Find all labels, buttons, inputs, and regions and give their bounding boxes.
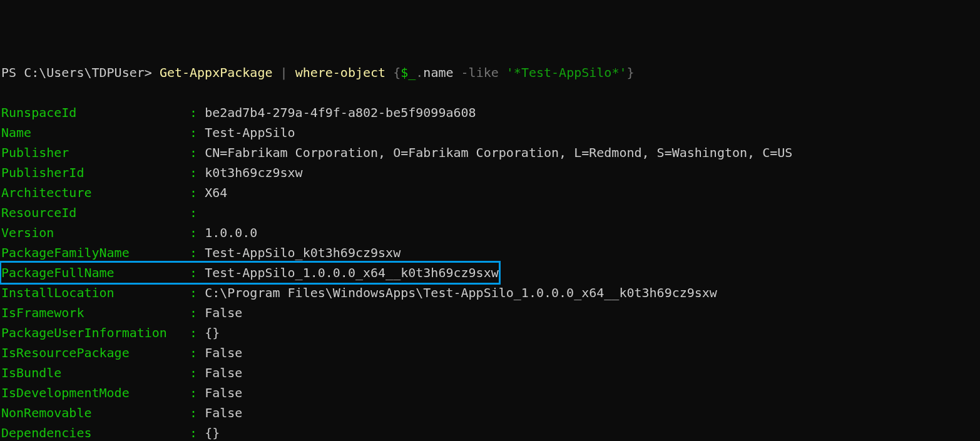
cmdlet-get-appxpackage: Get-AppxPackage [160, 65, 280, 80]
output-row: PackageUserInformation : {} [1, 323, 979, 343]
property-key: Architecture [1, 185, 190, 200]
cmdlet-where-object: where-object [295, 65, 394, 80]
property-value: Test-AppSilo [205, 125, 295, 140]
property-key: IsDevelopmentMode [1, 385, 190, 400]
colon-separator: : [190, 365, 205, 380]
output-row: IsBundle : False [1, 363, 979, 383]
colon-separator: : [190, 185, 205, 200]
property-name: name [423, 65, 461, 80]
output-row: ResourceId : [1, 203, 979, 223]
colon-separator: : [190, 325, 205, 340]
pipe-operator: | [280, 65, 295, 80]
output-row: Name : Test-AppSilo [1, 123, 979, 143]
property-key: Publisher [1, 145, 190, 160]
prompt-ps: PS [1, 65, 24, 80]
colon-separator: : [190, 105, 205, 120]
property-key: PublisherId [1, 165, 190, 180]
property-value: {} [205, 425, 220, 440]
property-key: IsBundle [1, 365, 190, 380]
property-key: Dependencies [1, 425, 190, 440]
colon-separator: : [190, 425, 205, 440]
property-value: C:\Program Files\WindowsApps\Test-AppSil… [205, 285, 717, 300]
property-value: Test-AppSilo_k0t3h69cz9sxw [205, 245, 401, 260]
property-value: False [205, 365, 242, 380]
colon-separator: : [190, 245, 205, 260]
dot: . [416, 65, 423, 80]
output-row: InstallLocation : C:\Program Files\Windo… [1, 283, 979, 303]
property-key: PackageUserInformation [1, 325, 190, 340]
output-row: PackageFamilyName : Test-AppSilo_k0t3h69… [1, 243, 979, 263]
powershell-terminal[interactable]: PS C:\Users\TDPUser> Get-AppxPackage | w… [1, 63, 979, 441]
property-key: RunspaceId [1, 105, 190, 120]
property-key: IsResourcePackage [1, 345, 190, 360]
colon-separator: : [190, 165, 205, 180]
highlighted-row: PackageFullName : Test-AppSilo_1.0.0.0_x… [0, 261, 501, 285]
property-key: InstallLocation [1, 285, 190, 300]
colon-separator: : [190, 145, 205, 160]
colon-separator: : [190, 385, 205, 400]
colon-separator: : [190, 405, 205, 420]
output-row: IsResourcePackage : False [1, 343, 979, 363]
prompt-line[interactable]: PS C:\Users\TDPUser> Get-AppxPackage | w… [1, 63, 979, 83]
property-value: be2ad7b4-279a-4f9f-a802-be5f9099a608 [205, 105, 476, 120]
colon-separator: : [190, 225, 205, 240]
property-value: CN=Fabrikam Corporation, O=Fabrikam Corp… [205, 145, 792, 160]
output-row: IsFramework : False [1, 303, 979, 323]
output-row: Dependencies : {} [1, 423, 979, 441]
property-value: False [205, 305, 242, 320]
output-row: Publisher : CN=Fabrikam Corporation, O=F… [1, 143, 979, 163]
colon-separator: : [190, 205, 205, 220]
property-value: {} [205, 325, 220, 340]
colon-separator: : [190, 305, 205, 320]
property-value: X64 [205, 185, 227, 200]
string-literal: '*Test-AppSilo*' [506, 65, 627, 80]
colon-separator: : [190, 285, 205, 300]
output-row: NonRemovable : False [1, 403, 979, 423]
output-row: RunspaceId : be2ad7b4-279a-4f9f-a802-be5… [1, 103, 979, 123]
property-key: Name [1, 125, 190, 140]
colon-separator: : [190, 265, 205, 280]
blank-line [1, 83, 979, 103]
property-value: False [205, 405, 242, 420]
property-key: NonRemovable [1, 405, 190, 420]
property-key: IsFramework [1, 305, 190, 320]
output-row: PublisherId : k0t3h69cz9sxw [1, 163, 979, 183]
property-key: ResourceId [1, 205, 190, 220]
output-row: Architecture : X64 [1, 183, 979, 203]
like-operator: -like [461, 65, 506, 80]
colon-separator: : [190, 125, 205, 140]
property-key: PackageFamilyName [1, 245, 190, 260]
brace-close: } [626, 65, 634, 80]
prompt-path: C:\Users\TDPUser> [24, 65, 160, 80]
property-value: k0t3h69cz9sxw [205, 165, 303, 180]
property-value: Test-AppSilo_1.0.0.0_x64__k0t3h69cz9sxw [205, 265, 499, 280]
colon-separator: : [190, 345, 205, 360]
output-row: IsDevelopmentMode : False [1, 383, 979, 403]
output-row: Version : 1.0.0.0 [1, 223, 979, 243]
property-key: Version [1, 225, 190, 240]
property-key: PackageFullName [1, 265, 190, 280]
output-row: PackageFullName : Test-AppSilo_1.0.0.0_x… [1, 263, 979, 283]
property-value: False [205, 345, 242, 360]
pipeline-variable: $_ [401, 65, 416, 80]
property-value: 1.0.0.0 [205, 225, 257, 240]
brace-open: { [393, 65, 401, 80]
property-value: False [205, 385, 242, 400]
